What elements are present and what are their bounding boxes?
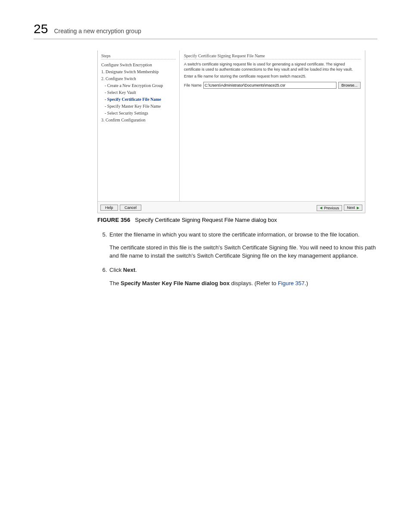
- help-button[interactable]: Help: [100, 205, 118, 211]
- wizard-description-1: A switch's certificate signing request f…: [184, 62, 361, 72]
- chapter-title: Creating a new encryption group: [54, 28, 141, 34]
- substep-security-settings: - Select Security Settings: [105, 111, 176, 115]
- step-3: 3. Confirm Configuration: [101, 118, 176, 122]
- step-5: Enter the filename in which you want to …: [109, 231, 377, 261]
- procedure-steps: Enter the filename in which you want to …: [97, 231, 377, 288]
- next-button-label: Next: [347, 205, 355, 210]
- figure-caption-text: Specify Certificate Signing Request File…: [135, 217, 277, 223]
- wizard-description-2: Enter a file name for storing the certif…: [184, 75, 361, 78]
- step-5-text: Enter the filename in which you want to …: [109, 231, 359, 238]
- step-6-result-prefix: The: [109, 280, 121, 286]
- figure-label: FIGURE 356: [97, 217, 130, 223]
- wizard-main-pane: Specify Certificate Signing Request File…: [180, 50, 365, 201]
- browse-button[interactable]: Browse...: [338, 82, 361, 89]
- figure-357-link[interactable]: Figure 357: [278, 280, 305, 286]
- chapter-number: 25: [34, 22, 48, 36]
- substep-specify-master-key: - Specify Master Key File Name: [105, 104, 176, 109]
- wizard-dialog: Steps Configure Switch Encryption 1. Des…: [97, 50, 365, 213]
- filename-input[interactable]: [203, 82, 336, 89]
- step-6-result: The Specify Master Key File Name dialog …: [109, 280, 377, 288]
- step-5-note: The certificate stored in this file is t…: [109, 244, 377, 260]
- step-6-prefix: Click: [109, 267, 123, 273]
- previous-button[interactable]: ◀ Previous: [317, 205, 342, 211]
- substep-select-key-vault: - Select Key Vault: [105, 90, 176, 95]
- page-header: 25 Creating a new encryption group: [34, 22, 377, 39]
- chevron-left-icon: ◀: [320, 206, 322, 210]
- figure-caption: FIGURE 356 Specify Certificate Signing R…: [97, 217, 377, 223]
- previous-button-label: Previous: [324, 206, 339, 210]
- step-6-result-bold: Specify Master Key File Name dialog box: [121, 280, 230, 286]
- wizard-footer: Help Cancel ◀ Previous Next ▶: [98, 201, 365, 213]
- substep-create-group: - Create a New Encryption Group: [105, 84, 176, 88]
- step-2: 2. Configure Switch: [101, 77, 176, 81]
- filename-label: File Name: [184, 84, 202, 87]
- step-6-suffix: .: [135, 267, 137, 273]
- cancel-button[interactable]: Cancel: [120, 205, 141, 211]
- step-6-result-suffix: .): [305, 280, 308, 286]
- step-6-next: Next: [123, 267, 135, 273]
- step-1: 1. Designate Switch Membership: [101, 70, 176, 74]
- step-6-result-middle: displays. (Refer to: [230, 280, 278, 286]
- wizard-steps-pane: Steps Configure Switch Encryption 1. Des…: [98, 50, 180, 201]
- wizard-page-title: Specify Certificate Signing Request File…: [184, 54, 361, 59]
- steps-section: Configure Switch Encryption: [101, 63, 176, 67]
- chevron-right-icon: ▶: [357, 206, 359, 210]
- next-button[interactable]: Next ▶: [344, 205, 362, 211]
- steps-heading: Steps: [101, 54, 176, 59]
- step-6: Click Next. The Specify Master Key File …: [109, 266, 377, 288]
- substep-specify-cert-file: - Specify Certificate File Name: [105, 97, 176, 102]
